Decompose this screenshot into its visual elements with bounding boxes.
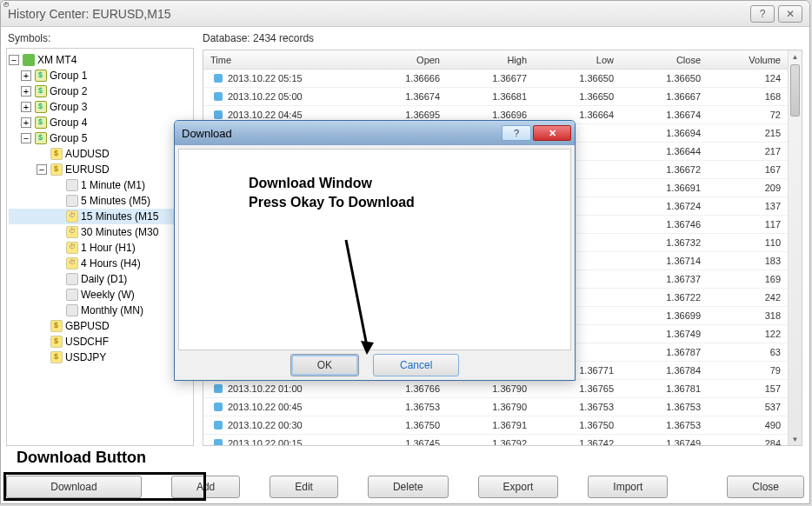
tree-tf-m15[interactable]: 15 Minutes (M15 bbox=[9, 209, 191, 224]
clock-icon bbox=[66, 179, 78, 191]
tree-tf-mn[interactable]: Monthly (MN) bbox=[9, 303, 191, 318]
folder-icon bbox=[35, 117, 47, 129]
symbol-icon bbox=[50, 163, 63, 176]
scroll-down-icon[interactable]: ▼ bbox=[789, 433, 802, 445]
row-icon bbox=[214, 384, 223, 393]
svg-marker-1 bbox=[361, 341, 374, 355]
header-volume[interactable]: Volume bbox=[708, 55, 788, 65]
dialog-close-icon[interactable]: ✕ bbox=[533, 125, 571, 141]
plus-icon[interactable]: + bbox=[21, 102, 31, 112]
table-header: Time Open High Low Close Volume bbox=[203, 50, 788, 70]
cancel-button[interactable]: Cancel bbox=[373, 354, 459, 376]
folder-icon bbox=[35, 85, 47, 97]
titlebar: History Center: EURUSD,M15 ? ✕ bbox=[1, 1, 809, 27]
table-row[interactable]: 2013.10.22 05:001.366741.366811.366501.3… bbox=[203, 88, 788, 106]
dialog-help-icon[interactable]: ? bbox=[502, 125, 531, 141]
symbol-icon bbox=[50, 336, 63, 348]
button-bar: Download Add Edit Delete Export Import C… bbox=[6, 476, 804, 498]
tree-group-1[interactable]: +Group 1 bbox=[9, 68, 191, 83]
table-row[interactable]: 2013.10.22 00:151.367451.367921.367421.3… bbox=[203, 435, 788, 446]
row-icon bbox=[214, 92, 223, 101]
tree-symbol-usdchf[interactable]: USDCHF bbox=[9, 334, 191, 350]
folder-icon bbox=[35, 101, 47, 113]
scroll-thumb[interactable] bbox=[790, 64, 800, 117]
tree-group-5[interactable]: −Group 5 bbox=[9, 130, 191, 146]
tree-tf-m30[interactable]: 30 Minutes (M30 bbox=[9, 224, 191, 240]
tree-tf-h1[interactable]: 1 Hour (H1) bbox=[9, 240, 191, 256]
row-icon bbox=[214, 110, 223, 119]
clock-icon bbox=[66, 257, 78, 270]
dialog-titlebar[interactable]: Download ? ✕ bbox=[175, 121, 575, 145]
mt4-icon bbox=[23, 54, 35, 66]
scrollbar[interactable]: ▲ ▼ bbox=[788, 50, 802, 445]
minus-icon[interactable]: − bbox=[21, 133, 31, 143]
symbols-tree[interactable]: −XM MT4 +Group 1 +Group 2 +Group 3 +Grou… bbox=[6, 48, 194, 446]
tree-tf-m1[interactable]: 1 Minute (M1) bbox=[9, 177, 191, 193]
table-row[interactable]: 2013.10.22 05:151.366661.366771.366501.3… bbox=[203, 70, 788, 88]
clock-icon bbox=[66, 226, 78, 238]
symbols-label: Symbols: bbox=[8, 32, 194, 44]
tree-tf-h4[interactable]: 4 Hours (H4) bbox=[9, 256, 191, 271]
table-row[interactable]: 2013.10.22 01:001.367661.367901.367651.3… bbox=[203, 380, 788, 398]
plus-icon[interactable]: + bbox=[21, 70, 31, 81]
arrow-icon bbox=[339, 233, 384, 359]
minus-icon[interactable]: − bbox=[9, 55, 19, 65]
header-open[interactable]: Open bbox=[360, 55, 447, 65]
tree-root[interactable]: −XM MT4 bbox=[9, 52, 191, 68]
close-button[interactable]: Close bbox=[727, 476, 804, 498]
clock-icon bbox=[66, 210, 78, 223]
scroll-up-icon[interactable]: ▲ bbox=[789, 50, 802, 63]
tree-tf-m5[interactable]: 5 Minutes (M5) bbox=[9, 193, 191, 209]
plus-icon[interactable]: + bbox=[21, 117, 31, 128]
symbol-icon bbox=[50, 351, 63, 363]
tree-symbol-gbpusd[interactable]: GBPUSD bbox=[9, 318, 191, 334]
symbols-panel: Symbols: −XM MT4 +Group 1 +Group 2 +Grou… bbox=[1, 27, 194, 462]
clock-icon bbox=[66, 304, 78, 316]
symbol-icon bbox=[50, 148, 63, 160]
export-button[interactable]: Export bbox=[478, 476, 559, 498]
database-label: Database: 2434 records bbox=[203, 32, 802, 44]
row-icon bbox=[214, 439, 223, 446]
header-time[interactable]: Time bbox=[203, 55, 360, 65]
row-icon bbox=[214, 421, 223, 429]
tree-tf-d1[interactable]: Daily (D1) bbox=[9, 271, 191, 287]
tree-tf-w[interactable]: Weekly (W) bbox=[9, 287, 191, 303]
symbol-icon bbox=[50, 320, 63, 332]
download-button[interactable]: Download bbox=[6, 476, 142, 498]
folder-icon bbox=[35, 70, 47, 82]
row-icon bbox=[214, 403, 223, 411]
tree-symbol-usdjpy[interactable]: USDJPY bbox=[9, 350, 191, 365]
import-button[interactable]: Import bbox=[588, 476, 668, 498]
tree-symbol-eurusd[interactable]: −EURUSD bbox=[9, 162, 191, 177]
svg-line-0 bbox=[346, 240, 367, 346]
delete-button[interactable]: Delete bbox=[368, 476, 449, 498]
header-high[interactable]: High bbox=[447, 55, 534, 65]
window-title: History Center: EURUSD,M15 bbox=[8, 7, 747, 21]
header-low[interactable]: Low bbox=[534, 55, 621, 65]
annotation-download-button: Download Button bbox=[17, 449, 146, 467]
clock-icon bbox=[66, 289, 78, 301]
row-icon bbox=[214, 74, 223, 83]
dialog-title: Download bbox=[182, 127, 500, 140]
minus-icon[interactable]: − bbox=[37, 164, 47, 175]
tree-group-2[interactable]: +Group 2 bbox=[9, 83, 191, 99]
edit-button[interactable]: Edit bbox=[270, 476, 338, 498]
table-row[interactable]: 2013.10.22 00:301.367501.367911.367501.3… bbox=[203, 416, 788, 435]
header-close[interactable]: Close bbox=[621, 55, 708, 65]
folder-icon bbox=[35, 132, 47, 144]
help-icon[interactable]: ? bbox=[750, 5, 775, 23]
close-icon[interactable]: ✕ bbox=[778, 5, 802, 23]
table-row[interactable]: 2013.10.22 00:451.367531.367901.367531.3… bbox=[203, 398, 788, 416]
clock-icon bbox=[66, 273, 78, 285]
tree-group-3[interactable]: +Group 3 bbox=[9, 99, 191, 115]
annotation-dialog: Download Window Press Okay To Download bbox=[249, 174, 415, 211]
clock-icon bbox=[66, 242, 78, 254]
plus-icon[interactable]: + bbox=[21, 86, 31, 97]
tree-symbol-audusd[interactable]: AUDUSD bbox=[9, 146, 191, 162]
tree-group-4[interactable]: +Group 4 bbox=[9, 115, 191, 130]
add-button[interactable]: Add bbox=[171, 476, 240, 498]
clock-icon bbox=[66, 195, 78, 207]
